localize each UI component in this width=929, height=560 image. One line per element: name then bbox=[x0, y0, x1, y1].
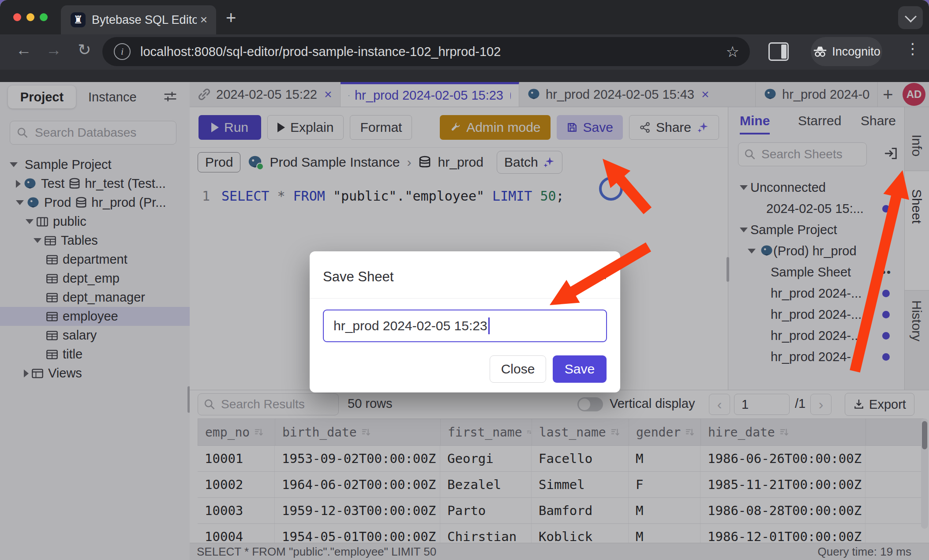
back-button[interactable]: ← bbox=[16, 41, 32, 59]
address-bar[interactable]: i localhost:8080/sql-editor/prod-sample-… bbox=[102, 37, 750, 66]
browser-tabstrip: ♜ Bytebase SQL Editor × + bbox=[0, 0, 929, 34]
dialog-close-button[interactable]: Close bbox=[490, 355, 546, 383]
divider bbox=[310, 298, 620, 299]
site-info-icon[interactable]: i bbox=[114, 43, 131, 60]
browser-tab[interactable]: ♜ Bytebase SQL Editor × bbox=[61, 5, 216, 34]
dialog-title: Save Sheet bbox=[323, 269, 393, 285]
forward-button[interactable]: → bbox=[46, 41, 62, 59]
browser-toolbar: ← → ↻ i localhost:8080/sql-editor/prod-s… bbox=[0, 34, 929, 70]
save-sheet-dialog: Save Sheet × hr_prod 2024-02-05 15:23 Cl… bbox=[310, 251, 620, 392]
new-tab-button[interactable]: + bbox=[226, 10, 236, 26]
incognito-icon bbox=[813, 45, 828, 58]
sheet-name-input[interactable]: hr_prod 2024-02-05 15:23 bbox=[323, 310, 607, 342]
reload-button[interactable]: ↻ bbox=[78, 41, 91, 59]
text-caret bbox=[488, 317, 490, 334]
incognito-label: Incognito bbox=[832, 45, 880, 59]
incognito-badge: Incognito bbox=[811, 37, 882, 66]
side-panel-icon[interactable] bbox=[768, 42, 789, 61]
chevron-down-icon bbox=[905, 11, 917, 22]
browser-menu-icon[interactable]: ⋮ bbox=[905, 40, 920, 57]
window-minimize-button[interactable] bbox=[26, 13, 34, 21]
bookmark-star-icon[interactable]: ☆ bbox=[726, 43, 739, 60]
window-zoom-button[interactable] bbox=[40, 13, 48, 21]
dialog-save-button[interactable]: Save bbox=[553, 355, 607, 383]
browser-window: ♜ Bytebase SQL Editor × + ← → ↻ i localh… bbox=[0, 0, 929, 560]
window-close-button[interactable] bbox=[13, 13, 21, 21]
screen: ♜ Bytebase SQL Editor × + ← → ↻ i localh… bbox=[0, 0, 929, 560]
bytebase-favicon-icon: ♜ bbox=[71, 12, 86, 27]
browser-tab-close-icon[interactable]: × bbox=[200, 13, 207, 27]
chrome-band bbox=[0, 70, 929, 82]
dialog-close-icon[interactable]: × bbox=[599, 268, 607, 284]
browser-tab-title: Bytebase SQL Editor bbox=[92, 13, 197, 27]
url-text[interactable]: localhost:8080/sql-editor/prod-sample-in… bbox=[140, 45, 726, 59]
tab-search-button[interactable] bbox=[898, 6, 923, 29]
